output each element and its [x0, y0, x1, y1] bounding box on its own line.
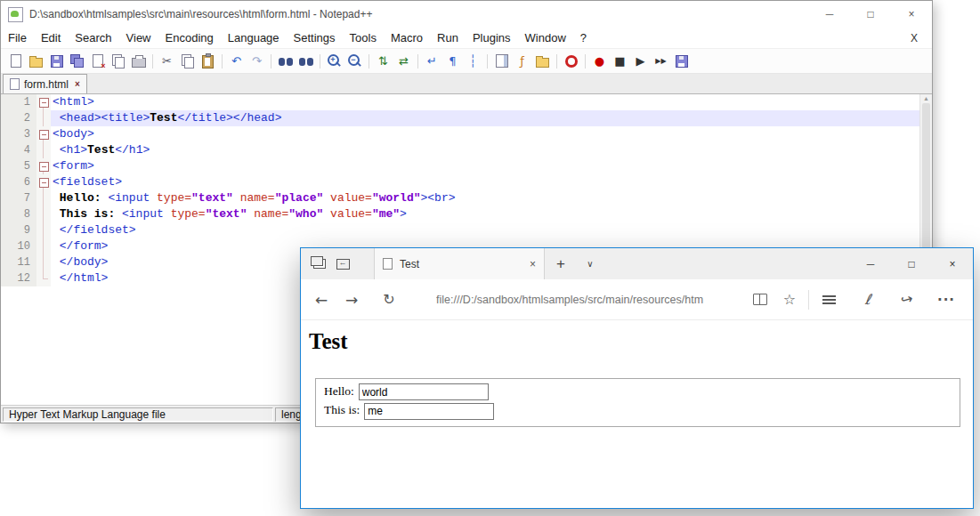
show-tabs-aside-icon[interactable] — [308, 248, 331, 279]
menu-window[interactable]: Window — [518, 31, 573, 44]
code-text[interactable]: <head><title>Test</title></head> — [51, 110, 919, 126]
code-text[interactable]: <fieldset> — [51, 174, 919, 190]
menu-close-x[interactable]: X — [896, 32, 932, 44]
folder-as-workspace-icon[interactable] — [533, 52, 552, 70]
menu-macro[interactable]: Macro — [384, 31, 430, 44]
tab-test[interactable]: Test × — [374, 248, 545, 279]
code-text[interactable]: <form> — [51, 158, 919, 174]
tab-close-icon[interactable]: × — [522, 258, 536, 270]
maximize-button[interactable]: □ — [850, 1, 891, 28]
forward-button[interactable]: → — [336, 285, 367, 315]
zoom-in-icon[interactable]: + — [325, 52, 344, 70]
new-file-icon[interactable] — [6, 52, 25, 70]
copy-icon[interactable] — [178, 52, 197, 70]
maximize-button[interactable]: □ — [891, 248, 932, 279]
zoom-out-icon[interactable]: − — [345, 52, 364, 70]
run-macro-multiple-icon[interactable]: ▶▶ — [652, 52, 670, 70]
minimize-button[interactable]: ─ — [850, 248, 891, 279]
title-bar[interactable]: D:\sandbox\htmlsamples\src\main\resource… — [1, 1, 932, 28]
fold-collapse-icon[interactable] — [36, 158, 51, 174]
menu-encoding[interactable]: Encoding — [158, 31, 221, 44]
fold-margin — [36, 222, 51, 238]
monitoring-icon[interactable] — [562, 52, 580, 70]
function-list-icon[interactable]: ƒ — [513, 52, 531, 70]
indent-guide-icon[interactable]: ┆ — [464, 52, 482, 70]
reading-view-icon[interactable] — [753, 294, 767, 305]
hello-label: Hello: — [324, 384, 354, 398]
tab-strip-spacer — [603, 248, 850, 279]
line-number: 3 — [1, 126, 36, 142]
menu-help[interactable]: ? — [573, 31, 594, 44]
menu-plugins[interactable]: Plugins — [466, 31, 518, 44]
set-tabs-aside-icon[interactable] — [331, 248, 354, 279]
share-arrow-icon: ↪ — [899, 290, 915, 310]
tab-preview-chevron-icon[interactable]: ∨ — [577, 248, 603, 279]
menu-search[interactable]: Search — [68, 31, 118, 44]
save-macro-icon[interactable] — [672, 52, 691, 70]
close-file-icon[interactable] — [88, 52, 107, 70]
menu-language[interactable]: Language — [221, 31, 287, 44]
code-line: 9 </fieldset> — [1, 222, 919, 238]
document-map-icon[interactable] — [492, 52, 511, 70]
code-text[interactable]: </fieldset> — [51, 222, 919, 238]
play-macro-icon[interactable]: ▶ — [631, 52, 650, 70]
refresh-button[interactable]: ↻ — [374, 285, 404, 315]
web-note-pen-icon[interactable]: ℓ — [848, 285, 887, 315]
paste-icon[interactable] — [198, 52, 217, 70]
tab-form-html[interactable]: form.html × — [3, 74, 87, 93]
hub-lines-icon — [822, 294, 836, 305]
scroll-up-icon[interactable]: ▲ — [923, 95, 929, 102]
code-text[interactable]: Hello: <input type="text" name="place" v… — [51, 190, 919, 206]
fold-collapse-icon[interactable] — [36, 174, 51, 190]
stop-macro-icon[interactable]: ■ — [611, 52, 629, 70]
code-text[interactable]: <body> — [51, 126, 919, 142]
close-all-icon[interactable] — [109, 52, 127, 70]
fieldset: Hello:This is: — [315, 378, 960, 427]
cut-icon[interactable]: ✂ — [158, 52, 176, 70]
hub-icon[interactable] — [809, 285, 848, 315]
new-tab-button[interactable]: + — [545, 248, 577, 279]
more-options-icon[interactable]: ··· — [927, 285, 966, 315]
menu-settings[interactable]: Settings — [287, 31, 343, 44]
hello-input[interactable] — [359, 383, 489, 400]
find-icon[interactable] — [276, 52, 295, 70]
save-icon[interactable] — [47, 52, 66, 70]
sync-horizontal-scroll-icon[interactable]: ⇄ — [394, 52, 413, 70]
menu-edit[interactable]: Edit — [34, 31, 68, 44]
print-icon[interactable] — [129, 52, 148, 70]
line-number: 7 — [1, 190, 36, 206]
show-all-characters-icon[interactable]: ¶ — [443, 52, 462, 70]
replace-icon[interactable] — [296, 52, 315, 70]
record-macro-icon[interactable]: ● — [590, 52, 609, 70]
toolbar: ✂↶↷+−⇅⇄↵¶┆ƒ●■▶▶▶ — [1, 48, 932, 74]
menu-tools[interactable]: Tools — [343, 31, 384, 44]
menu-view[interactable]: View — [119, 31, 158, 44]
code-text[interactable]: <html> — [51, 94, 919, 110]
fold-collapse-icon[interactable] — [36, 94, 51, 110]
edge-window: Test × + ∨ ─ □ × ← → ↻ file:///D:/sandbo… — [300, 247, 974, 509]
sync-vertical-scroll-icon[interactable]: ⇅ — [374, 52, 393, 70]
menu-file[interactable]: File — [1, 31, 34, 44]
toolbar-separator — [320, 54, 320, 69]
this-is-input[interactable] — [364, 403, 494, 420]
fold-collapse-icon[interactable] — [36, 126, 51, 142]
code-line: 5<form> — [1, 158, 919, 174]
code-text[interactable]: <h1>Test</h1> — [51, 142, 919, 158]
share-icon[interactable]: ↪ — [887, 285, 927, 315]
redo-icon[interactable]: ↷ — [247, 52, 266, 70]
back-button[interactable]: ← — [306, 285, 336, 315]
close-button[interactable]: × — [932, 248, 973, 279]
code-text[interactable]: This is: <input type="text" name="who" v… — [51, 206, 919, 222]
favorites-star-icon[interactable]: ☆ — [783, 291, 796, 308]
word-wrap-icon[interactable]: ↵ — [423, 52, 441, 70]
tab-close-icon[interactable]: × — [75, 79, 80, 89]
address-bar[interactable]: file:///D:/sandbox/htmlsamples/src/main/… — [436, 291, 808, 308]
minimize-button[interactable]: ─ — [809, 1, 850, 28]
undo-icon[interactable]: ↶ — [227, 52, 246, 70]
open-file-icon[interactable] — [27, 52, 45, 70]
tab-label: form.html — [24, 78, 69, 91]
stacked-tabs-icon — [313, 259, 326, 269]
close-button[interactable]: × — [891, 1, 932, 28]
menu-run[interactable]: Run — [430, 31, 466, 44]
save-all-icon[interactable] — [68, 52, 86, 70]
